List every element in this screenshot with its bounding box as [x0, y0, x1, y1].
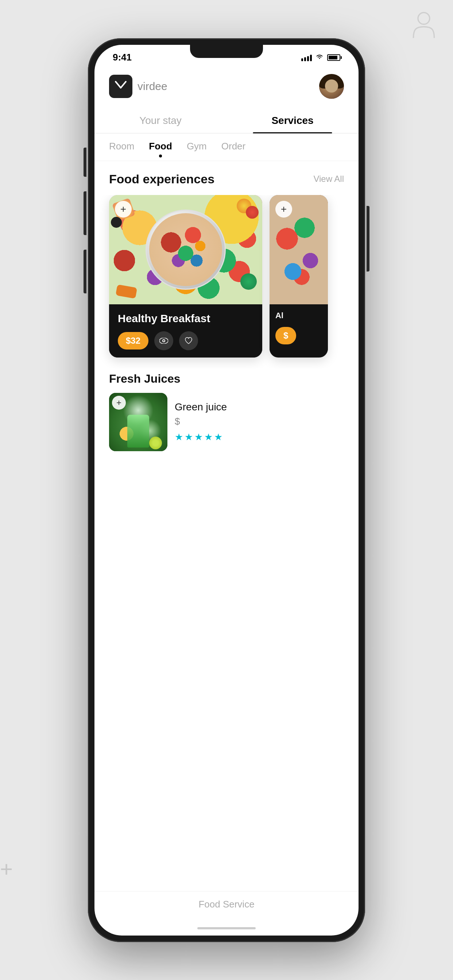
home-bar — [197, 927, 256, 929]
view-button[interactable] — [154, 331, 173, 350]
juice-price: $ — [175, 416, 344, 427]
fresh-juices-section: Fresh Juices + Green juice $ — [94, 369, 359, 451]
food-card-name-2: Al — [275, 311, 322, 320]
fresh-juices-title: Fresh Juices — [109, 372, 344, 386]
price-badge[interactable]: $32 — [118, 332, 148, 350]
juice-details: Green juice $ ★ ★ ★ ★ ★ — [175, 401, 344, 443]
status-icons — [301, 53, 340, 62]
bg-person-icon — [409, 11, 439, 40]
juice-add-button[interactable]: + — [112, 396, 126, 410]
sub-tab-room[interactable]: Room — [109, 141, 134, 157]
volume-mute-button — [83, 148, 86, 177]
header: virdee — [94, 67, 359, 106]
svg-point-3 — [163, 340, 164, 342]
avatar[interactable] — [319, 74, 344, 99]
phone-frame: 9:41 — [88, 38, 365, 942]
sub-tab-order[interactable]: Order — [222, 141, 246, 157]
tab-services[interactable]: Services — [226, 106, 359, 133]
volume-up-button — [83, 191, 86, 235]
sub-tab-gym[interactable]: Gym — [187, 141, 207, 157]
bottom-bar: Food Service — [94, 891, 359, 921]
signal-bars-icon — [301, 54, 312, 61]
battery-icon — [327, 54, 340, 61]
food-cards-list: + — [94, 195, 359, 369]
app-name: virdee — [137, 80, 167, 92]
food-card-healthy-breakfast: + — [109, 195, 262, 358]
status-time: 9:41 — [113, 52, 132, 63]
phone-screen: 9:41 — [94, 45, 359, 935]
sub-tabs: Room Food Gym Order — [94, 134, 359, 161]
add-to-cart-button-2[interactable]: + — [275, 201, 292, 218]
star-3: ★ — [195, 431, 203, 443]
logo-box — [109, 75, 132, 98]
star-2: ★ — [185, 431, 193, 443]
add-to-cart-button[interactable]: + — [115, 201, 132, 218]
power-button — [367, 206, 370, 272]
wifi-icon — [316, 53, 324, 62]
food-card-info-2: Al $ — [270, 304, 328, 350]
food-card-info: Healthy Breakfast $32 — [109, 304, 262, 358]
sub-tab-food[interactable]: Food — [149, 141, 172, 157]
svg-point-0 — [418, 13, 430, 24]
food-service-label: Food Service — [198, 899, 254, 910]
food-card-image — [109, 195, 262, 304]
tab-your-stay[interactable]: Your stay — [94, 106, 226, 133]
view-all-button[interactable]: View All — [313, 174, 344, 184]
logo-container: virdee — [109, 75, 167, 98]
bg-plus-icon: + — [0, 856, 13, 881]
juice-item: + Green juice $ ★ ★ ★ — [109, 393, 344, 451]
star-4: ★ — [204, 431, 213, 443]
food-card-name: Healthy Breakfast — [118, 312, 254, 325]
notch — [190, 45, 263, 58]
favorite-button[interactable] — [179, 331, 198, 350]
star-1: ★ — [175, 431, 183, 443]
main-tabs: Your stay Services — [94, 106, 359, 134]
price-badge-2[interactable]: $ — [275, 327, 296, 344]
star-5: ★ — [214, 431, 222, 443]
star-rating: ★ ★ ★ ★ ★ — [175, 431, 344, 443]
food-card-second: + Al $ — [270, 195, 328, 358]
food-card-actions-2: $ — [275, 327, 322, 344]
volume-down-button — [83, 250, 86, 293]
virdee-logo-icon — [114, 80, 128, 92]
food-experiences-header: Food experiences View All — [94, 172, 359, 195]
content-area: Food experiences View All + — [94, 161, 359, 891]
food-experiences-title: Food experiences — [109, 172, 214, 186]
juice-name: Green juice — [175, 401, 344, 413]
food-card-actions: $32 — [118, 331, 254, 350]
home-indicator — [94, 921, 359, 935]
